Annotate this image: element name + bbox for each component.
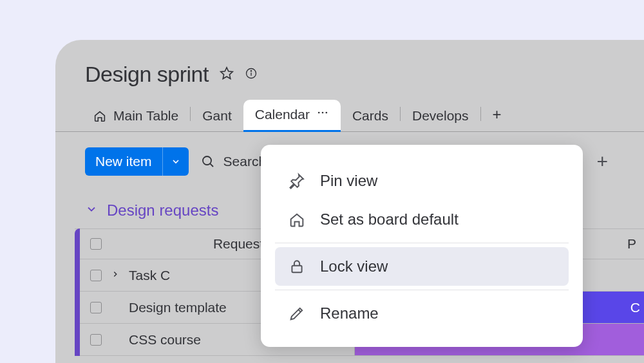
svg-point-2 [251, 70, 251, 71]
svg-rect-8 [292, 266, 301, 273]
tab-label: Develops [412, 108, 469, 124]
view-options-menu: Pin view Set as board default Lock view … [261, 145, 583, 347]
menu-item-set-default[interactable]: Set as board default [275, 200, 569, 239]
menu-item-pin-view[interactable]: Pin view [275, 162, 569, 200]
group-title: Design requests [107, 201, 218, 219]
tab-calendar[interactable]: Calendar [243, 100, 341, 132]
search-button[interactable]: Search [200, 154, 267, 169]
add-view-button[interactable]: + [481, 100, 513, 131]
select-all-checkbox[interactable] [90, 238, 102, 250]
info-icon[interactable] [245, 67, 258, 82]
menu-item-rename[interactable]: Rename [275, 294, 569, 333]
board-title: Design sprint [85, 62, 209, 87]
tab-cards[interactable]: Cards [341, 102, 400, 131]
expand-subitems-icon[interactable] [111, 270, 122, 281]
lock-icon [288, 257, 306, 275]
svg-point-6 [203, 156, 211, 165]
tab-develops[interactable]: Develops [401, 102, 480, 131]
views-tabs: Main Table Gant Calendar Cards Develops … [55, 87, 644, 132]
menu-item-label: Lock view [320, 257, 388, 275]
svg-line-7 [210, 163, 213, 167]
menu-item-lock-view[interactable]: Lock view [275, 247, 569, 286]
status-label: C [630, 300, 640, 315]
row-checkbox[interactable] [90, 270, 102, 281]
group-color-rail [75, 228, 80, 356]
tab-gant[interactable]: Gant [191, 102, 243, 131]
add-widget-button[interactable]: + [596, 151, 614, 172]
home-icon [93, 109, 107, 123]
tab-main-table[interactable]: Main Table [81, 102, 190, 131]
row-checkbox[interactable] [90, 302, 102, 313]
tab-label: Cards [352, 108, 388, 124]
home-icon [288, 210, 306, 228]
menu-item-label: Set as board default [320, 210, 459, 228]
star-icon[interactable] [219, 66, 234, 84]
chevron-down-icon [85, 203, 98, 218]
new-item-button: New item [85, 147, 189, 176]
menu-divider [275, 290, 569, 290]
tab-label: Main Table [113, 108, 178, 124]
board-header: Design sprint [55, 40, 644, 87]
tab-label: Gant [202, 108, 232, 124]
menu-item-label: Pin view [320, 172, 377, 190]
menu-item-label: Rename [320, 304, 379, 322]
menu-divider [275, 243, 569, 243]
chevron-down-icon [171, 156, 181, 167]
pin-icon [288, 172, 306, 190]
new-item-main[interactable]: New item [85, 147, 162, 176]
pencil-icon [288, 304, 306, 322]
svg-point-4 [322, 112, 324, 114]
search-label: Search [223, 154, 267, 169]
search-icon [200, 154, 216, 169]
new-item-dropdown[interactable] [162, 147, 189, 176]
more-icon[interactable] [316, 106, 329, 122]
tab-label: Calendar [255, 107, 310, 122]
row-checkbox[interactable] [90, 334, 102, 346]
svg-point-3 [318, 112, 320, 114]
svg-point-5 [325, 112, 327, 114]
